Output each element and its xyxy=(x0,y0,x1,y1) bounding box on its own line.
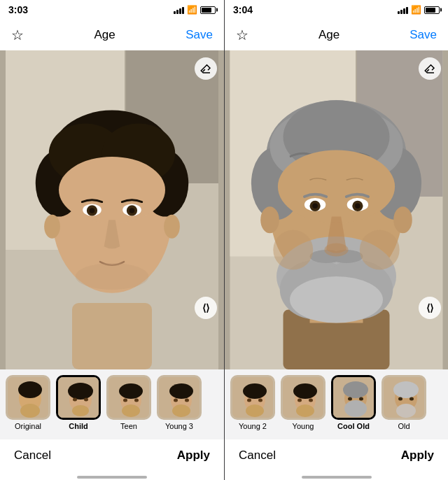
svg-point-83 xyxy=(296,404,314,417)
status-bar-right: 3:04 📶 xyxy=(225,0,448,20)
svg-point-28 xyxy=(72,405,89,416)
svg-point-77 xyxy=(246,404,264,417)
favorite-button-left[interactable]: ☆ xyxy=(11,28,24,42)
title-left: Age xyxy=(94,28,115,42)
thumb-img-old[interactable] xyxy=(382,375,426,420)
svg-point-68 xyxy=(355,204,360,209)
thumb-img-young[interactable] xyxy=(281,375,326,420)
save-button-left[interactable]: Save xyxy=(186,28,213,42)
svg-rect-4 xyxy=(72,303,152,369)
photo-area-right: ⟨⟩ xyxy=(225,50,448,369)
svg-point-24 xyxy=(20,404,40,418)
svg-point-89 xyxy=(344,400,367,417)
svg-point-34 xyxy=(122,404,140,417)
svg-point-53 xyxy=(290,276,383,323)
apply-button-right[interactable]: Apply xyxy=(401,449,434,463)
thumb-img-young3[interactable] xyxy=(157,375,202,420)
face-image-left xyxy=(0,50,224,369)
svg-point-62 xyxy=(278,150,395,224)
thumb-young[interactable]: Young xyxy=(279,375,327,430)
thumb-old[interactable]: Old xyxy=(380,375,428,430)
svg-point-42 xyxy=(185,399,189,402)
svg-point-90 xyxy=(348,397,352,401)
svg-point-35 xyxy=(123,399,127,402)
thumb-img-child[interactable] xyxy=(56,375,101,420)
home-indicator-right xyxy=(225,477,448,480)
svg-point-36 xyxy=(134,399,139,402)
thumb-young3[interactable]: Young 3 xyxy=(155,375,203,430)
eraser-button-right[interactable] xyxy=(419,57,441,80)
svg-point-39 xyxy=(169,383,193,399)
svg-point-94 xyxy=(393,381,419,398)
thumb-label-original: Original xyxy=(15,422,41,430)
top-bar-left: ☆ Age Save xyxy=(0,20,224,50)
cancel-button-right[interactable]: Cancel xyxy=(239,449,276,463)
svg-point-85 xyxy=(309,399,313,402)
svg-point-33 xyxy=(119,383,143,399)
svg-point-20 xyxy=(76,263,149,290)
compare-button-right[interactable]: ⟨⟩ xyxy=(419,297,441,319)
thumb-strip-left: Original Child Teen Young 3 xyxy=(0,369,224,439)
thumb-label-young: Young xyxy=(293,422,314,430)
apply-button-left[interactable]: Apply xyxy=(177,449,210,463)
svg-point-78 xyxy=(247,399,251,402)
thumb-child[interactable]: Child xyxy=(55,375,102,430)
signal-icon-right xyxy=(398,6,408,14)
status-icons-right: 📶 xyxy=(398,5,440,15)
right-panel: 3:04 📶 ☆ Age Save xyxy=(224,0,448,480)
svg-point-79 xyxy=(258,399,262,402)
svg-point-73 xyxy=(360,230,400,270)
svg-point-14 xyxy=(90,208,95,213)
status-icons-left: 📶 xyxy=(174,5,216,15)
left-panel: 3:03 📶 ☆ Age Save xyxy=(0,0,224,480)
thumb-img-teen[interactable] xyxy=(106,375,151,420)
svg-point-41 xyxy=(174,399,178,402)
bottom-bar-right: Cancel Apply xyxy=(225,439,448,477)
status-time-right: 3:04 xyxy=(233,4,253,15)
svg-point-96 xyxy=(398,397,402,401)
compare-button-left[interactable]: ⟨⟩ xyxy=(195,297,217,319)
wifi-icon-left: 📶 xyxy=(187,5,197,15)
wifi-icon-right: 📶 xyxy=(411,5,421,15)
compare-icon-left: ⟨⟩ xyxy=(202,302,209,313)
thumb-label-child: Child xyxy=(69,422,88,430)
eraser-button-left[interactable] xyxy=(195,57,217,80)
bottom-bar-left: Cancel Apply xyxy=(0,439,224,477)
svg-point-29 xyxy=(73,398,77,402)
title-right: Age xyxy=(318,28,340,42)
save-button-right[interactable]: Save xyxy=(410,28,437,42)
home-indicator-left xyxy=(0,477,224,480)
thumb-img-young2[interactable] xyxy=(230,375,275,420)
thumb-label-teen: Teen xyxy=(120,422,137,430)
svg-point-95 xyxy=(396,404,416,418)
svg-point-11 xyxy=(59,157,165,223)
svg-point-27 xyxy=(68,383,93,400)
svg-point-40 xyxy=(172,404,190,417)
cancel-button-left[interactable]: Cancel xyxy=(14,449,51,463)
thumb-strip-right: Young 2 Young Cool Old Old xyxy=(225,369,448,439)
face-image-right xyxy=(225,50,448,369)
svg-point-23 xyxy=(18,381,42,398)
svg-point-82 xyxy=(293,383,317,399)
svg-point-69 xyxy=(324,243,348,257)
thumb-img-cool-old[interactable] xyxy=(331,375,376,420)
thumb-label-young3: Young 3 xyxy=(165,422,193,430)
svg-point-19 xyxy=(164,215,180,239)
svg-point-91 xyxy=(359,397,363,401)
thumb-img-original[interactable] xyxy=(6,375,50,420)
thumb-cool-old[interactable]: Cool Old xyxy=(330,375,377,430)
svg-point-30 xyxy=(84,398,88,402)
top-bar-right: ☆ Age Save xyxy=(225,20,448,50)
battery-icon-right xyxy=(424,6,440,14)
thumb-label-young2: Young 2 xyxy=(239,422,267,430)
thumb-teen[interactable]: Teen xyxy=(105,375,153,430)
thumb-label-old: Old xyxy=(398,422,410,430)
svg-point-18 xyxy=(44,215,60,239)
svg-point-88 xyxy=(343,381,368,398)
svg-point-72 xyxy=(273,230,313,270)
thumb-young2[interactable]: Young 2 xyxy=(229,375,276,430)
photo-area-left: ⟨⟩ xyxy=(0,50,224,369)
status-time-left: 3:03 xyxy=(8,4,28,15)
thumb-original[interactable]: Original xyxy=(4,375,52,430)
favorite-button-right[interactable]: ☆ xyxy=(236,28,248,42)
